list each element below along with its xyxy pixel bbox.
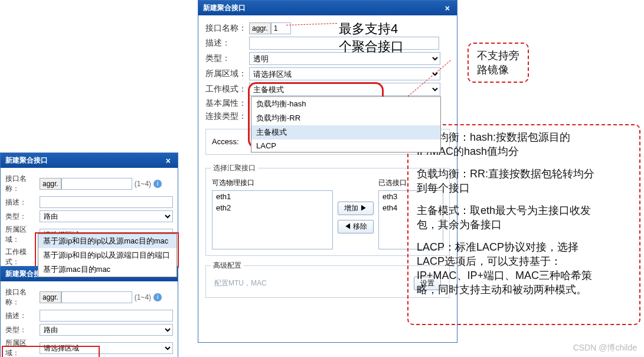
label-zone: 所属区域： [205, 69, 249, 79]
explain-line: 略，同时支持主动和被动两种模式。 [417, 283, 631, 297]
adv-title: 高级配置 [211, 261, 244, 271]
hash-option[interactable]: 基于源ip和目的ip以及源mac目的mac [38, 234, 176, 248]
desc-input[interactable] [40, 196, 173, 208]
avail-list[interactable]: eth1 eth2 [212, 190, 333, 249]
label-conntype: 连接类型： [205, 111, 249, 122]
label-ifname: 接口名称： [5, 174, 40, 194]
hash-dropdown-list[interactable]: 基于源ip和目的ip以及源mac目的mac 基于源ip和目的ip以及源端口目的端… [38, 233, 177, 277]
ifname-prefix: aggr. [249, 22, 271, 34]
list-item[interactable]: eth1 [213, 191, 332, 202]
info-icon[interactable]: i [153, 180, 162, 188]
mode-option-hash[interactable]: 负载均衡-hash [251, 97, 440, 111]
list-item[interactable]: eth2 [213, 202, 332, 213]
label-type: 类型： [5, 325, 40, 335]
titlebar: 新建聚合接口 × [1, 153, 178, 168]
explain-line: 负载均衡：hash:按数据包源目的 [417, 130, 631, 144]
label-type: 类型： [205, 53, 249, 64]
ifname-prefix: aggr. [40, 291, 61, 303]
desc-input[interactable] [40, 310, 173, 322]
titlebar: 新建聚合接口 × [198, 1, 457, 15]
label-zone: 所属区域： [5, 338, 40, 357]
label-zone: 所属区域： [5, 225, 40, 245]
label-desc: 描述： [205, 38, 249, 48]
ifname-prefix: aggr. [40, 178, 61, 190]
mode-dropdown-list[interactable]: 负载均衡-hash 负载均衡-RR 主备模式 LACP [251, 96, 441, 152]
callout-top: 最多支持4 个聚合接口 [331, 15, 412, 60]
label-baseattr: 基本属性： [205, 98, 249, 109]
range-hint: (1~4) [135, 293, 151, 301]
range-hint: (1~4) [135, 180, 151, 188]
avail-title: 可选物理接口 [212, 178, 333, 188]
dialog-title: 新建聚合接口 [5, 155, 48, 165]
hash-option[interactable]: 基于源ip和目的ip以及源端口目的端口 [38, 248, 176, 262]
explain-line: IP+MAC、IP+端口、MAC三种哈希策 [417, 268, 631, 283]
remove-button[interactable]: ◀ 移除 [338, 220, 374, 233]
explain-line: LACP：标准LACP协议对接，选择 [417, 240, 631, 254]
explain-line: 负载均衡：RR:直接按数据包轮转均分 [417, 167, 631, 181]
type-select[interactable]: 路由 [40, 324, 173, 336]
access-label: Access: [212, 137, 239, 146]
label-ifname: 接口名称： [205, 23, 249, 34]
zone-select[interactable]: 请选择区域 [40, 342, 173, 354]
label-desc: 描述： [5, 311, 40, 321]
ifname-input[interactable] [61, 178, 132, 190]
label-mode: 工作模式： [5, 247, 40, 267]
explain-box: 负载均衡：hash:按数据包源目的 IP/MAC的hash值均分 负载均衡：RR… [407, 124, 640, 325]
mode-option-rr[interactable]: 负载均衡-RR [251, 111, 440, 125]
mode-option-lacp[interactable]: LACP [251, 139, 440, 152]
label-desc: 描述： [5, 197, 40, 207]
type-select[interactable]: 路由 [40, 210, 173, 222]
add-button[interactable]: 增加 ▶ [338, 202, 374, 215]
group-select-title: 选择汇聚接口 [211, 163, 258, 173]
close-icon[interactable]: × [443, 4, 452, 13]
close-icon[interactable]: × [164, 156, 173, 165]
explain-line: 主备模式：取eth最大号为主接口收发 [417, 203, 631, 218]
label-mode: 工作模式： [205, 84, 249, 95]
explain-line: LACP选项后，可以支持基于： [417, 254, 631, 268]
explain-line: 包，其余为备接口 [417, 218, 631, 232]
watermark: CSDN @博childe [573, 343, 637, 353]
zone-select[interactable]: 请选择区域 [249, 67, 440, 80]
explain-line: 到每个接口 [417, 181, 631, 195]
callout-right: 不支持旁 路镜像 [468, 43, 529, 83]
dialog-title: 新建聚合接口 [203, 3, 246, 13]
small-dialog-b: 新建聚合接口 × 接口名称： aggr. (1~4) i 描述： 类型：路由 所… [0, 266, 178, 357]
explain-line: IP/MAC的hash值均分 [417, 144, 631, 158]
mode-select[interactable]: 主备模式 [249, 83, 440, 96]
hash-option[interactable]: 基于源mac目的mac [38, 262, 176, 277]
ifname-input[interactable] [61, 291, 132, 303]
mode-option-primary[interactable]: 主备模式 [251, 125, 440, 139]
adv-hint: 配置MTU，MAC [214, 278, 267, 288]
label-type: 类型： [5, 212, 40, 222]
info-icon[interactable]: i [153, 293, 162, 301]
label-ifname: 接口名称： [5, 287, 40, 307]
